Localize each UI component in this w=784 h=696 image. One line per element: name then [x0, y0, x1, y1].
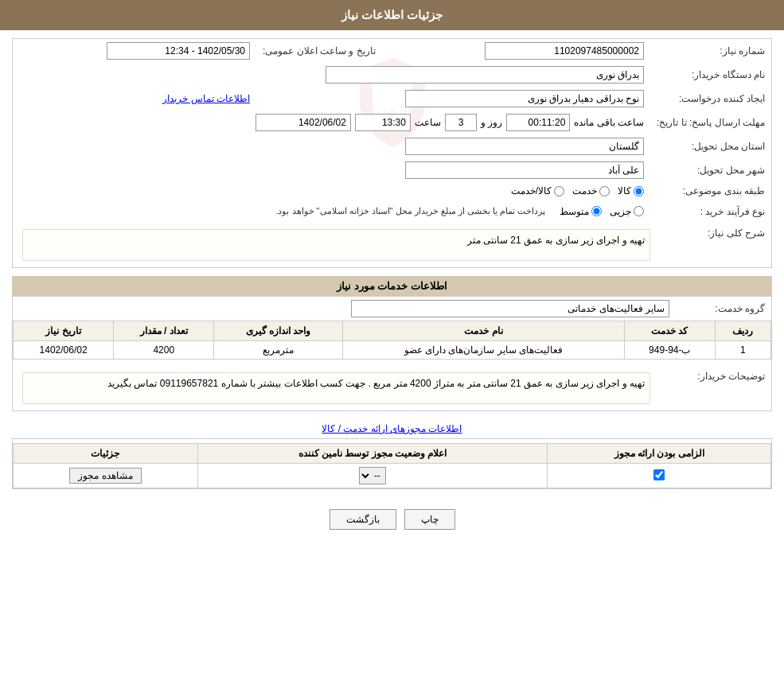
service-group-row: گروه خدمت: [13, 297, 771, 321]
license-table: الزامی بودن ارائه مجوز اعلام وضعیت مجوز … [13, 443, 771, 488]
purchase-type-jozi-label[interactable]: جزیی [610, 206, 644, 217]
action-buttons: چاپ بازگشت [12, 497, 772, 542]
cell-license-status: -- [197, 464, 548, 488]
license-table-body: -- مشاهده مجوز [14, 464, 771, 488]
purchase-type-label: نوع فرآیند خرید : [650, 200, 771, 223]
license-header-link[interactable]: اطلاعات مجوزهای ارائه خدمت / کالا [322, 423, 462, 434]
col-service-code: کد خدمت [625, 321, 716, 341]
category-kala-radio[interactable] [634, 186, 644, 196]
form-row-need-number: شماره نیاز: تاریخ و ساعت اعلان عمومی: [13, 39, 771, 63]
services-table: ردیف کد خدمت نام خدمت واحد اندازه گیری ت… [13, 321, 771, 360]
remaining-label: ساعت باقی مانده [574, 117, 644, 128]
form-details-table: شماره نیاز: تاریخ و ساعت اعلان عمومی: نا… [13, 39, 771, 223]
license-required-checkbox[interactable] [653, 469, 665, 480]
purchase-type-motevaset-text: متوسط [560, 206, 589, 217]
buyer-desc-row: توضیحات خریدار: تهیه و اجرای زیر سازی به… [13, 366, 771, 410]
category-khedmat-radio[interactable] [599, 186, 610, 196]
purchase-type-content: جزیی متوسط پرداخت تمام یا بخشی از مبلغ خ… [13, 200, 650, 223]
category-both-text: کالا/خدمت [511, 185, 552, 196]
col-license-required: الزامی بودن ارائه مجوز [548, 444, 771, 464]
cell-license-required [548, 464, 771, 488]
creator-input[interactable] [405, 90, 644, 107]
form-row-category: طبقه بندی موضوعی: کالا خدمت [13, 182, 771, 200]
need-number-value [382, 39, 650, 63]
reply-days-input[interactable] [445, 114, 477, 131]
contact-link[interactable]: اطلاعات تماس خریدار [162, 93, 250, 104]
purchase-type-motevaset-label[interactable]: متوسط [560, 206, 602, 217]
province-label: استان محل تحویل: [650, 134, 771, 158]
province-value [13, 134, 650, 158]
city-input[interactable] [405, 161, 644, 179]
need-desc-table: شرح کلی نیاز: تهیه و اجرای زیر سازی به ع… [13, 223, 771, 267]
service-group-input[interactable] [351, 300, 669, 317]
form-row-reply-deadline: مهلت ارسال پاسخ: تا تاریخ: ساعت باقی مان… [13, 111, 771, 134]
services-table-body: 1 ب-94-949 فعالیت‌های سایر سازمان‌های دا… [14, 341, 771, 360]
buyer-desc-label: توضیحات خریدار: [660, 366, 771, 410]
cell-service-code: ب-94-949 [625, 341, 716, 360]
license-table-header: الزامی بودن ارائه مجوز اعلام وضعیت مجوز … [14, 444, 771, 464]
category-kala-text: کالا [618, 185, 631, 196]
col-row: ردیف [715, 321, 770, 341]
cell-date: 1402/06/02 [14, 341, 114, 360]
col-license-details: جزئیات [14, 444, 198, 464]
city-value [13, 158, 650, 182]
col-unit: واحد اندازه گیری [214, 321, 343, 341]
cell-service-name: فعالیت‌های سایر سازمان‌های دارای عضو [342, 341, 624, 360]
license-section: الزامی بودن ارائه مجوز اعلام وضعیت مجوز … [12, 438, 772, 489]
cell-row: 1 [715, 341, 770, 360]
contact-link-cell: اطلاعات تماس خریدار [13, 87, 256, 111]
purchase-type-jozi-radio[interactable] [634, 206, 644, 216]
service-group-label: گروه خدمت: [676, 297, 771, 321]
reply-days-label: روز و [481, 117, 502, 128]
form-row-city: شهر محل تحویل: [13, 158, 771, 182]
main-content: انا تندر شماره نیاز: تاریخ و ساعت اعلان … [0, 30, 784, 550]
reply-time-input[interactable] [355, 114, 411, 131]
province-input[interactable] [405, 138, 644, 155]
page-header: جزئیات اطلاعات نیاز [0, 0, 784, 30]
category-both-radio[interactable] [554, 186, 564, 196]
category-kala-label[interactable]: کالا [618, 185, 644, 196]
buyer-station-input[interactable] [326, 66, 644, 84]
buyer-station-value [13, 63, 650, 87]
need-desc-row: شرح کلی نیاز: تهیه و اجرای زیر سازی به ع… [13, 223, 771, 267]
license-header-area: اطلاعات مجوزهای ارائه خدمت / کالا [12, 419, 772, 438]
need-desc-value: تهیه و اجرای زیر سازی به عمق 21 سانتی مت… [13, 223, 660, 267]
purchase-type-motevaset-radio[interactable] [591, 206, 602, 216]
col-quantity: تعداد / مقدار [114, 321, 214, 341]
form-row-buyer-station: نام دستگاه خریدار: [13, 63, 771, 87]
buyer-desc-table: توضیحات خریدار: تهیه و اجرای زیر سازی به… [13, 366, 771, 410]
license-row: -- مشاهده مجوز [14, 464, 771, 488]
need-desc-text: تهیه و اجرای زیر سازی به عمق 21 سانتی مت… [467, 235, 645, 246]
announcement-date-input[interactable] [107, 42, 250, 60]
category-khedmat-label[interactable]: خدمت [572, 185, 610, 196]
cell-quantity: 4200 [114, 341, 214, 360]
form-row-purchase-type: نوع فرآیند خرید : جزیی متوسط [13, 200, 771, 223]
form-row-creator: ایجاد کننده درخواست: اطلاعات تماس خریدار [13, 87, 771, 111]
creator-value [256, 87, 650, 111]
services-section-header: اطلاعات خدمات مورد نیاز [12, 276, 772, 296]
need-number-label: شماره نیاز: [650, 39, 771, 63]
cell-unit: مترمربع [214, 341, 343, 360]
print-button[interactable]: چاپ [404, 509, 455, 530]
back-button[interactable]: بازگشت [330, 509, 396, 530]
category-label: طبقه بندی موضوعی: [650, 182, 771, 200]
need-desc-label: شرح کلی نیاز: [660, 223, 771, 267]
form-section: انا تندر شماره نیاز: تاریخ و ساعت اعلان … [12, 38, 772, 268]
need-number-input[interactable] [485, 42, 644, 60]
col-service-name: نام خدمت [342, 321, 624, 341]
view-license-button[interactable]: مشاهده مجوز [69, 468, 141, 484]
license-status-select[interactable]: -- [359, 467, 386, 484]
buyer-desc-area: تهیه و اجرای زیر سازی به عمق 21 سانتی مت… [22, 372, 650, 404]
reply-time-label: ساعت [415, 117, 441, 128]
reply-deadline-label: مهلت ارسال پاسخ: تا تاریخ: [650, 111, 771, 134]
buyer-desc-value: تهیه و اجرای زیر سازی به عمق 21 سانتی مت… [13, 366, 660, 410]
buyer-desc-text: تهیه و اجرای زیر سازی به عمق 21 سانتی مت… [107, 378, 645, 389]
category-both-label[interactable]: کالا/خدمت [511, 185, 564, 196]
form-row-province: استان محل تحویل: [13, 134, 771, 158]
reply-date-input[interactable] [255, 114, 351, 131]
page-title: جزئیات اطلاعات نیاز [341, 8, 443, 21]
category-options: کالا خدمت کالا/خدمت [13, 182, 650, 200]
remaining-time-input[interactable] [506, 114, 570, 131]
announcement-date-label: تاریخ و ساعت اعلان عمومی: [256, 39, 382, 63]
buyer-station-label: نام دستگاه خریدار: [650, 63, 771, 87]
